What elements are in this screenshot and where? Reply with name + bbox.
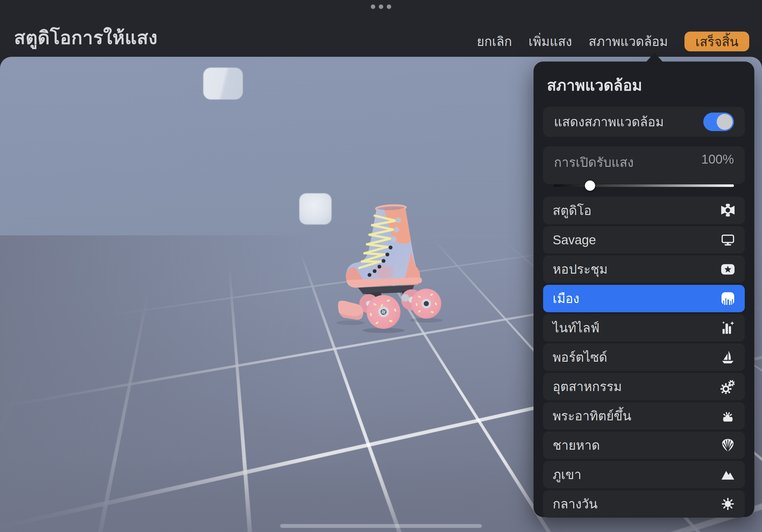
- show-environment-row: แสดงสภาพแวดล้อม: [543, 107, 745, 137]
- environment-item-label: เมือง: [553, 288, 579, 309]
- slider-thumb[interactable]: [585, 180, 595, 191]
- multitask-dots-icon[interactable]: [371, 4, 391, 9]
- mountain-icon: [721, 467, 735, 482]
- point-light-cube[interactable]: [299, 193, 332, 225]
- home-indicator-bar[interactable]: [280, 524, 482, 528]
- exposure-card: การเปิดรับแสง 100%: [543, 146, 745, 184]
- environment-list: สตูดิโอ Savage หอประชุม เมือง ไนท์ไลฟ์ พ…: [543, 197, 745, 518]
- environment-button[interactable]: สภาพแวดล้อม: [589, 31, 668, 52]
- environment-item-label: ไนท์ไลฟ์: [553, 318, 600, 338]
- sun-icon: [721, 497, 735, 511]
- studio-light-icon: [721, 203, 735, 218]
- environment-item[interactable]: หอประชุม: [543, 255, 745, 283]
- seashell-icon: [721, 438, 735, 453]
- show-environment-toggle[interactable]: [703, 112, 734, 131]
- environment-item[interactable]: เมือง: [543, 285, 745, 312]
- exposure-value: 100%: [701, 152, 734, 172]
- sunrise-icon: [721, 409, 735, 423]
- page-title: สตูดิโอการให้แสง: [14, 23, 158, 52]
- app-window: สตูดิโอการให้แสง ยกเลิก เพิ่มแสง สภาพแวด…: [0, 0, 762, 532]
- title-bar: สตูดิโอการให้แสง ยกเลิก เพิ่มแสง สภาพแวด…: [0, 0, 762, 57]
- gears-icon: [721, 379, 735, 394]
- environment-item[interactable]: อุตสาหกรรม: [543, 373, 745, 400]
- cancel-button[interactable]: ยกเลิก: [477, 31, 512, 52]
- exposure-label: การเปิดรับแสง: [554, 152, 634, 172]
- popover-arrow: [646, 53, 663, 62]
- environment-item-label: ภูเขา: [553, 464, 581, 485]
- point-light-cube[interactable]: [203, 68, 243, 100]
- environment-item[interactable]: ไนท์ไลฟ์: [543, 314, 745, 342]
- environment-item-label: พระอาทิตย์ขึ้น: [553, 406, 631, 426]
- panel-title: สภาพแวดล้อม: [547, 73, 741, 97]
- environment-item[interactable]: พระอาทิตย์ขึ้น: [543, 402, 745, 430]
- environment-item[interactable]: พอร์ตไซด์: [543, 344, 745, 371]
- city-buildings-icon: [721, 291, 735, 306]
- environment-item[interactable]: ภูเขา: [543, 461, 745, 488]
- environment-item[interactable]: กลางวัน: [543, 490, 745, 518]
- display-icon: [721, 233, 735, 247]
- environment-panel: สภาพแวดล้อม แสดงสภาพแวดล้อม การเปิดรับแส…: [534, 62, 754, 517]
- environment-item-label: สตูดิโอ: [553, 200, 592, 221]
- environment-item[interactable]: Savage: [543, 226, 745, 253]
- show-environment-label: แสดงสภาพแวดล้อม: [554, 112, 664, 132]
- environment-item-label: Savage: [553, 233, 596, 247]
- environment-item-label: หอประชุม: [553, 259, 608, 279]
- environment-item-label: ชายหาด: [553, 435, 600, 455]
- environment-item[interactable]: สตูดิโอ: [543, 197, 745, 224]
- add-light-button[interactable]: เพิ่มแสง: [528, 31, 572, 52]
- environment-item-label: กลางวัน: [553, 494, 598, 514]
- exposure-slider[interactable]: [554, 180, 734, 191]
- environment-item[interactable]: ชายหาด: [543, 432, 745, 459]
- sailboat-icon: [721, 350, 735, 365]
- skyline-sparkles-icon: [721, 320, 735, 335]
- done-button[interactable]: เสร็จสิ้น: [684, 32, 749, 51]
- roller-skate-model[interactable]: [336, 204, 442, 333]
- toolbar: ยกเลิก เพิ่มแสง สภาพแวดล้อม เสร็จสิ้น: [477, 31, 749, 52]
- environment-item-label: พอร์ตไซด์: [553, 347, 607, 367]
- slider-track: [554, 184, 734, 187]
- toggle-knob: [717, 114, 733, 130]
- star-square-icon: [721, 262, 735, 277]
- environment-item-label: อุตสาหกรรม: [553, 376, 622, 397]
